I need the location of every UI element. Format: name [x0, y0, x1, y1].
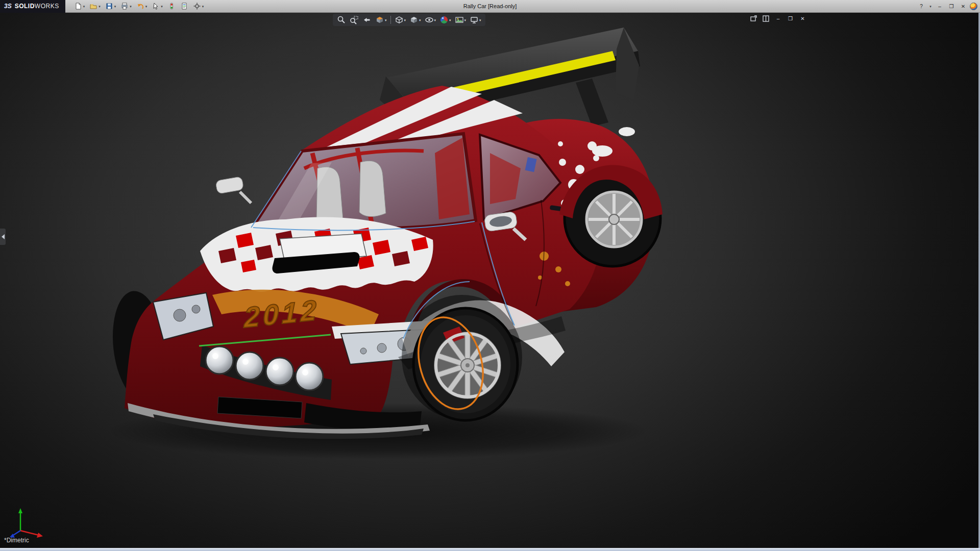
section-view-icon [375, 15, 384, 24]
headsup-view-toolbar: ▾ ▾ ▾ ▾ ▾ ▾ ▾ [333, 14, 485, 26]
print-icon [120, 2, 129, 10]
dropdown-arrow[interactable]: ▾ [130, 5, 132, 8]
hide-show-items-button[interactable]: ▾ [424, 15, 437, 25]
view-orientation-icon [395, 15, 404, 24]
save-icon [105, 2, 113, 10]
dropdown-arrow[interactable]: ▾ [145, 5, 148, 8]
y-axis-arrow [18, 508, 22, 513]
rebuild-icon [167, 2, 176, 10]
apply-scene-icon [455, 15, 464, 24]
help-dropdown-arrow[interactable]: ▾ [928, 2, 933, 11]
options-gear-icon [193, 2, 201, 10]
document-window-controls: – ❐ ✕ [749, 14, 807, 22]
undo-button[interactable]: ▾ [135, 1, 149, 11]
display-style-button[interactable]: ▾ [408, 15, 422, 25]
featuremanager-collapse-tab[interactable] [0, 229, 6, 245]
solidworks-logo[interactable]: 3S SOLIDWORKS [0, 0, 65, 13]
display-style-icon [409, 15, 419, 24]
section-view-button[interactable]: ▾ [374, 15, 388, 25]
left-mirror[interactable] [215, 177, 251, 203]
doc-restore-button[interactable]: ❐ [786, 14, 795, 22]
apply-scene-button[interactable]: ▾ [454, 15, 468, 25]
close-button[interactable]: ✕ [958, 2, 968, 11]
view-settings-icon [470, 15, 479, 24]
previous-view-icon [362, 15, 372, 24]
window-bottom-border[interactable] [0, 548, 980, 551]
undo-icon [136, 2, 144, 10]
main-toolbar: ▾ ▾ ▾ ▾ ▾ ▾ ▾ [65, 1, 206, 11]
dropdown-arrow[interactable]: ▾ [99, 5, 101, 8]
split-window-button[interactable] [762, 14, 770, 22]
new-window-icon [750, 15, 757, 22]
zoom-to-area-icon [350, 15, 359, 24]
file-properties-icon [180, 2, 188, 10]
edit-appearance-icon [439, 15, 449, 24]
resources-icon[interactable] [970, 3, 977, 10]
edit-appearance-button[interactable]: ▾ [438, 15, 452, 25]
dropdown-arrow[interactable]: ▾ [114, 5, 116, 8]
print-button[interactable]: ▾ [119, 1, 133, 11]
window-title: Rally Car [Read-only] [463, 3, 517, 9]
minimize-button[interactable]: – [935, 2, 945, 11]
dropdown-arrow[interactable]: ▾ [434, 18, 436, 22]
restore-button[interactable]: ❐ [946, 2, 957, 11]
rally-car-model[interactable]: 2012 [0, 13, 980, 548]
hood-livery [200, 217, 433, 292]
window-controls: ? ▾ – ❐ ✕ [916, 2, 980, 11]
split-window-icon [762, 15, 770, 22]
new-window-button[interactable] [749, 14, 758, 22]
dropdown-arrow[interactable]: ▾ [449, 18, 451, 22]
x-axis-arrow [37, 533, 43, 538]
view-orientation-label: *Dimetric [4, 537, 29, 544]
file-properties-button[interactable] [179, 1, 190, 11]
zoom-to-fit-icon [337, 15, 346, 24]
dropdown-arrow[interactable]: ▾ [404, 18, 406, 22]
front-wheel[interactable] [402, 295, 522, 420]
open-document-button[interactable]: ▾ [88, 1, 102, 11]
toolbar-separator [390, 16, 391, 24]
open-document-icon [89, 2, 97, 10]
dropdown-arrow[interactable]: ▾ [479, 18, 481, 22]
dropdown-arrow: ▾ [929, 5, 932, 8]
save-button[interactable]: ▾ [104, 1, 118, 11]
dropdown-arrow[interactable]: ▾ [83, 5, 85, 8]
help-button[interactable]: ? [916, 2, 926, 11]
dropdown-arrow[interactable]: ▾ [385, 18, 387, 22]
dropdown-arrow[interactable]: ▾ [464, 18, 467, 22]
zoom-to-fit-button[interactable] [336, 15, 347, 25]
doc-close-button[interactable]: ✕ [798, 14, 807, 22]
brand-name: SOLIDWORKS [15, 3, 59, 10]
dropdown-arrow[interactable]: ▾ [161, 5, 163, 8]
hide-show-items-icon [425, 15, 434, 24]
options-button[interactable]: ▾ [191, 1, 206, 11]
new-document-icon [74, 2, 82, 10]
brand-light: WORKS [35, 3, 59, 10]
dropdown-arrow[interactable]: ▾ [419, 18, 421, 22]
zoom-to-area-button[interactable] [349, 15, 360, 25]
reference-triad [5, 504, 51, 540]
dropdown-arrow[interactable]: ▾ [202, 5, 204, 8]
rebuild-button[interactable] [166, 1, 177, 11]
brand-bold: SOLID [15, 3, 35, 10]
title-bar: 3S SOLIDWORKS ▾ ▾ ▾ ▾ ▾ ▾ [0, 0, 980, 13]
select-cursor-icon [152, 2, 160, 10]
view-orientation-button[interactable]: ▾ [394, 15, 407, 25]
new-document-button[interactable]: ▾ [72, 1, 87, 11]
graphics-viewport[interactable]: 2012 [0, 13, 980, 548]
3ds-logo-icon: 3S [4, 3, 12, 10]
doc-minimize-button[interactable]: – [774, 14, 782, 22]
previous-view-button[interactable] [361, 15, 373, 25]
view-settings-button[interactable]: ▾ [469, 15, 482, 25]
select-button[interactable]: ▾ [150, 1, 164, 11]
